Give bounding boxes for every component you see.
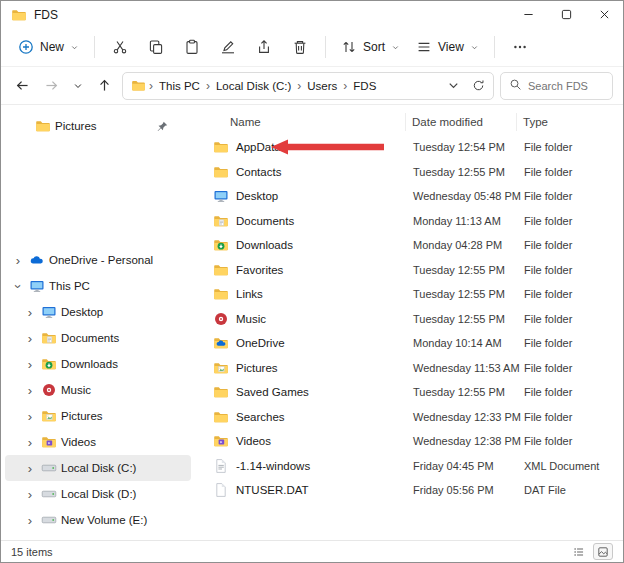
- file-type: File folder: [524, 362, 572, 374]
- column-headers: NameDate modifiedType: [201, 109, 623, 135]
- share-button[interactable]: [247, 33, 281, 61]
- paste-button[interactable]: [175, 33, 209, 61]
- breadcrumb-item[interactable]: This PC: [155, 78, 204, 94]
- view-thumbnails-button[interactable]: [593, 543, 613, 560]
- chevron-right-icon[interactable]: ›: [23, 410, 37, 423]
- file-row-documents[interactable]: DocumentsMonday 11:13 AMFile folder: [201, 209, 623, 234]
- file-row-pictures[interactable]: PicturesWednesday 11:53 AMFile folder: [201, 356, 623, 381]
- sidebar-item-local-disk-c[interactable]: ›Local Disk (C:): [5, 455, 191, 481]
- column-header-type[interactable]: Type: [523, 113, 623, 131]
- navigation-pane: Pictures ›OneDrive - Personal›This PC›De…: [1, 105, 201, 540]
- chevron-right-icon[interactable]: ›: [23, 384, 37, 397]
- file-row-favorites[interactable]: FavoritesTuesday 12:55 PMFile folder: [201, 258, 623, 283]
- breadcrumb-item[interactable]: Local Disk (C:): [212, 78, 295, 94]
- chevron-right-icon[interactable]: ›: [23, 358, 37, 371]
- sidebar-item-label: Videos: [61, 436, 96, 448]
- sidebar-item-label: OneDrive - Personal: [49, 254, 153, 266]
- chevron-right-icon[interactable]: ›: [11, 254, 25, 267]
- chevron-right-icon[interactable]: ›: [23, 488, 37, 501]
- file-row-links[interactable]: LinksTuesday 12:55 PMFile folder: [201, 282, 623, 307]
- address-bar-end: [447, 79, 485, 92]
- more-options-button[interactable]: [503, 33, 537, 61]
- file-date-modified: Wednesday 12:38 PM: [413, 435, 524, 447]
- file-row-searches[interactable]: SearchesWednesday 12:33 PMFile folder: [201, 405, 623, 430]
- sidebar-item-this-pc[interactable]: ›This PC: [5, 273, 191, 299]
- search-input[interactable]: [528, 80, 604, 92]
- chevron-right-icon[interactable]: ›: [23, 436, 37, 449]
- sidebar-item-pictures[interactable]: Pictures: [5, 113, 191, 139]
- plus-icon: [18, 39, 34, 55]
- file-row-ntuser-dat[interactable]: NTUSER.DATFriday 05:56 PMDAT File: [201, 478, 623, 503]
- file-row-saved-games[interactable]: Saved GamesTuesday 12:55 PMFile folder: [201, 380, 623, 405]
- file-type: File folder: [524, 215, 572, 227]
- sidebar-item-videos[interactable]: ›Videos: [5, 429, 191, 455]
- forward-button[interactable]: [40, 74, 63, 97]
- view-button[interactable]: View: [409, 33, 486, 61]
- sidebar-item-new-volume-e[interactable]: ›New Volume (E:): [5, 507, 191, 533]
- file-row-desktop[interactable]: DesktopWednesday 05:48 PMFile folder: [201, 184, 623, 209]
- sidebar-item-pictures[interactable]: ›Pictures: [5, 403, 191, 429]
- window-controls: [509, 1, 623, 28]
- chevron-right-icon[interactable]: ›: [23, 514, 37, 527]
- chevron-down-icon[interactable]: ›: [12, 279, 25, 293]
- sidebar-item-desktop[interactable]: ›Desktop: [5, 299, 191, 325]
- file-name-cell: AppData: [213, 139, 413, 155]
- chevron-right-icon[interactable]: ›: [23, 462, 37, 475]
- file-row-contacts[interactable]: ContactsTuesday 12:55 PMFile folder: [201, 160, 623, 185]
- videos-icon: [213, 433, 229, 449]
- search-box[interactable]: [500, 72, 613, 100]
- cut-button[interactable]: [103, 33, 137, 61]
- new-button[interactable]: New: [11, 33, 86, 61]
- breadcrumb-item[interactable]: FDS: [349, 78, 380, 94]
- file-type: File folder: [524, 239, 572, 251]
- chevron-right-icon[interactable]: ›: [23, 306, 37, 319]
- file-name: Desktop: [236, 190, 278, 202]
- recent-locations-button[interactable]: [69, 77, 87, 95]
- file-date-modified: Tuesday 12:55 PM: [413, 313, 524, 325]
- breadcrumb-item[interactable]: Users: [303, 78, 341, 94]
- file-row-onedrive[interactable]: OneDriveMonday 10:14 AMFile folder: [201, 331, 623, 356]
- file-type: File folder: [524, 288, 572, 300]
- chevron-down-icon[interactable]: [447, 79, 460, 92]
- sidebar-item-local-disk-d[interactable]: ›Local Disk (D:): [5, 481, 191, 507]
- view-list-button[interactable]: [569, 543, 589, 560]
- maximize-button[interactable]: [547, 1, 585, 28]
- chevron-right-icon[interactable]: ›: [23, 332, 37, 345]
- file-row-videos[interactable]: VideosWednesday 12:38 PMFile folder: [201, 429, 623, 454]
- folder-icon: [213, 139, 229, 155]
- ellipsis-icon: [512, 39, 528, 55]
- file-name: Documents: [236, 215, 294, 227]
- column-header-date-modified[interactable]: Date modified: [412, 113, 517, 131]
- minimize-button[interactable]: [509, 1, 547, 28]
- file-row-1-14-windows[interactable]: -1.14-windowsFriday 04:45 PMXML Document: [201, 454, 623, 479]
- file-row-music[interactable]: MusicTuesday 12:55 PMFile folder: [201, 307, 623, 332]
- file-type: File folder: [524, 313, 572, 325]
- column-header-name[interactable]: Name: [213, 113, 406, 131]
- file-name: Videos: [236, 435, 271, 447]
- file-row-downloads[interactable]: DownloadsMonday 04:28 PMFile folder: [201, 233, 623, 258]
- sidebar-item-downloads[interactable]: ›Downloads: [5, 351, 191, 377]
- file-name: AppData: [236, 141, 281, 153]
- music-icon: [213, 311, 229, 327]
- address-bar[interactable]: ›This PC›Local Disk (C:)›Users›FDS: [122, 72, 494, 100]
- back-button[interactable]: [11, 74, 34, 97]
- refresh-icon[interactable]: [472, 79, 485, 92]
- file-date-modified: Tuesday 12:55 PM: [413, 386, 524, 398]
- rename-icon: [220, 39, 236, 55]
- sidebar-item-music[interactable]: ›Music: [5, 377, 191, 403]
- sidebar-item-label: This PC: [49, 280, 90, 292]
- file-row-appdata[interactable]: AppDataTuesday 12:54 PMFile folder: [201, 135, 623, 160]
- sidebar-item-documents[interactable]: ›Documents: [5, 325, 191, 351]
- sidebar-item-label: Pictures: [61, 410, 103, 422]
- view-button-label: View: [438, 40, 464, 54]
- view-icon: [416, 39, 432, 55]
- file-name: Favorites: [236, 264, 283, 276]
- sidebar-item-onedrive-personal[interactable]: ›OneDrive - Personal: [5, 247, 191, 273]
- up-button[interactable]: [93, 74, 116, 97]
- file-name: Searches: [236, 411, 285, 423]
- copy-button[interactable]: [139, 33, 173, 61]
- sort-button[interactable]: Sort: [334, 33, 407, 61]
- close-button[interactable]: [585, 1, 623, 28]
- rename-button[interactable]: [211, 33, 245, 61]
- delete-button[interactable]: [283, 33, 317, 61]
